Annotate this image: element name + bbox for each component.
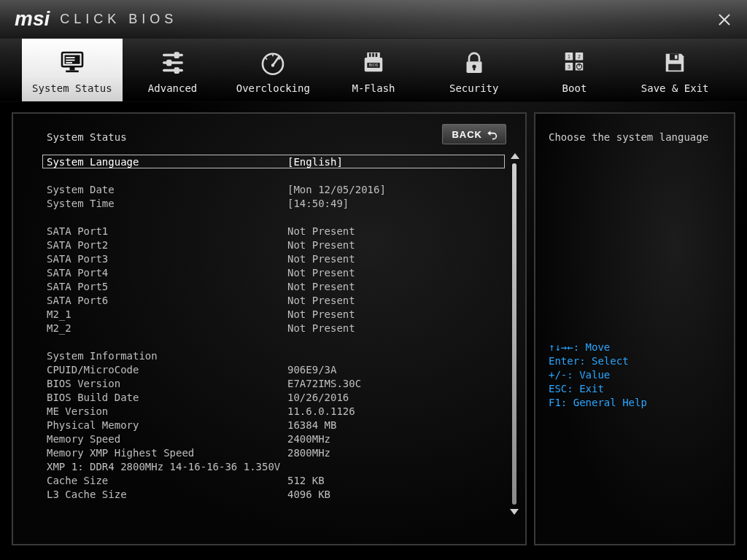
setting-row[interactable]: SATA Port4Not Present bbox=[47, 265, 505, 279]
tab-mflash[interactable]: BIOSM-Flash bbox=[323, 39, 424, 101]
setting-key: Memory XMP Highest Speed bbox=[47, 447, 287, 459]
save-exit-icon bbox=[659, 46, 690, 79]
setting-value: 2400MHz bbox=[287, 433, 505, 445]
tab-label: System Status bbox=[32, 82, 112, 94]
setting-row[interactable]: SATA Port3Not Present bbox=[47, 252, 505, 265]
setting-key: SATA Port6 bbox=[47, 295, 287, 306]
svg-rect-21 bbox=[376, 53, 378, 57]
tab-advanced[interactable]: Advanced bbox=[123, 39, 223, 101]
svg-rect-8 bbox=[163, 61, 183, 64]
setting-row[interactable]: SATA Port1Not Present bbox=[47, 224, 505, 238]
setting-row[interactable]: SATA Port5Not Present bbox=[47, 279, 505, 293]
setting-row[interactable]: BIOS Build Date10/26/2016 bbox=[47, 390, 505, 404]
svg-rect-12 bbox=[174, 67, 179, 74]
setting-key: System Language bbox=[47, 156, 287, 168]
setting-key: SATA Port1 bbox=[47, 225, 287, 237]
scroll-thumb[interactable] bbox=[512, 163, 516, 505]
setting-value: 16384 MB bbox=[287, 419, 505, 431]
setting-key: SATA Port3 bbox=[47, 253, 287, 265]
setting-value: 512 KB bbox=[287, 475, 505, 486]
setting-row[interactable]: System Time[14:50:49] bbox=[47, 196, 505, 210]
tab-label: Boot bbox=[562, 82, 587, 94]
msi-logo: msi bbox=[15, 7, 50, 31]
setting-key: SATA Port2 bbox=[47, 239, 287, 251]
setting-key: System Information bbox=[47, 350, 287, 362]
key-hint: Enter: Select bbox=[549, 354, 721, 368]
scroll-up-icon[interactable] bbox=[511, 153, 519, 159]
setting-value: 10/26/2016 bbox=[287, 392, 505, 403]
setting-value: [English] bbox=[287, 156, 504, 168]
tab-save-exit[interactable]: Save & Exit bbox=[624, 39, 725, 101]
svg-rect-9 bbox=[163, 69, 183, 72]
setting-row[interactable]: Memory XMP Highest Speed2800MHz bbox=[47, 446, 505, 459]
setting-value: Not Present bbox=[287, 267, 505, 279]
setting-row[interactable]: L3 Cache Size4096 KB bbox=[47, 487, 505, 501]
setting-value: 4096 KB bbox=[287, 489, 505, 500]
svg-rect-3 bbox=[66, 60, 74, 61]
setting-row[interactable]: M2_1Not Present bbox=[47, 307, 505, 321]
system-status-icon bbox=[57, 46, 88, 79]
svg-rect-10 bbox=[174, 52, 179, 58]
setting-value: Not Present bbox=[287, 281, 505, 292]
setting-row[interactable]: Memory Speed2400MHz bbox=[47, 432, 505, 446]
section-title: System Status bbox=[47, 131, 505, 143]
setting-row[interactable]: System Date[Mon 12/05/2016] bbox=[47, 182, 505, 196]
close-icon[interactable] bbox=[718, 13, 731, 26]
tab-system-status[interactable]: System Status bbox=[22, 39, 123, 101]
svg-point-14 bbox=[271, 63, 274, 66]
setting-key: Cache Size bbox=[47, 475, 287, 486]
setting-key: SATA Port5 bbox=[47, 281, 287, 292]
tab-label: Security bbox=[449, 82, 498, 94]
svg-rect-38 bbox=[675, 55, 678, 59]
boot-icon: 123 bbox=[559, 46, 589, 79]
help-text: Choose the system language bbox=[549, 131, 721, 143]
setting-row[interactable]: Physical Memory16384 MB bbox=[47, 418, 505, 432]
setting-row[interactable]: SATA Port2Not Present bbox=[47, 238, 505, 252]
svg-rect-5 bbox=[69, 66, 74, 70]
product-title: CLICK BIOS bbox=[60, 12, 177, 27]
settings-list: System Language[English]System Date[Mon … bbox=[47, 155, 505, 501]
tab-label: Overclocking bbox=[236, 82, 310, 94]
tab-label: Save & Exit bbox=[641, 82, 709, 94]
header: msi CLICK BIOS bbox=[0, 0, 747, 38]
svg-rect-39 bbox=[668, 64, 681, 71]
setting-row[interactable]: System Language[English] bbox=[42, 155, 505, 168]
setting-key: Memory Speed bbox=[47, 433, 287, 445]
advanced-icon bbox=[158, 46, 188, 79]
svg-text:BIOS: BIOS bbox=[369, 63, 379, 67]
setting-row[interactable]: ME Version11.6.0.1126 bbox=[47, 404, 505, 418]
setting-value: Not Present bbox=[287, 225, 505, 237]
tab-boot[interactable]: 123Boot bbox=[525, 39, 625, 101]
scrollbar[interactable] bbox=[511, 153, 518, 515]
setting-row[interactable]: CPUID/MicroCode906E9/3A bbox=[47, 362, 505, 376]
setting-value: E7A72IMS.30C bbox=[287, 378, 505, 389]
help-panel: Choose the system language ↑↓→←: MoveEnt… bbox=[534, 112, 735, 545]
setting-key: BIOS Version bbox=[47, 378, 287, 389]
setting-value: [Mon 12/05/2016] bbox=[287, 184, 505, 195]
back-button[interactable]: BACK bbox=[442, 124, 506, 144]
setting-key: L3 Cache Size bbox=[47, 489, 287, 500]
setting-key: ME Version bbox=[47, 405, 287, 417]
setting-row[interactable]: BIOS VersionE7A72IMS.30C bbox=[47, 376, 505, 390]
setting-key: M2_2 bbox=[47, 322, 287, 334]
tab-security[interactable]: Security bbox=[424, 39, 525, 101]
svg-rect-6 bbox=[66, 71, 79, 73]
setting-row[interactable]: SATA Port6Not Present bbox=[47, 293, 505, 307]
back-label: BACK bbox=[452, 129, 482, 140]
scroll-down-icon[interactable] bbox=[510, 509, 519, 515]
security-icon bbox=[459, 46, 489, 79]
setting-key: XMP 1: DDR4 2800MHz 14-16-16-36 1.350V bbox=[47, 461, 287, 472]
setting-value: Not Present bbox=[287, 239, 505, 251]
setting-row[interactable]: System Information bbox=[47, 349, 505, 362]
setting-row[interactable]: XMP 1: DDR4 2800MHz 14-16-16-36 1.350V bbox=[47, 459, 505, 473]
setting-value: 11.6.0.1126 bbox=[287, 405, 505, 417]
svg-text:2: 2 bbox=[578, 54, 581, 59]
main-panel: BACK System Status System Language[Engli… bbox=[12, 112, 527, 545]
setting-value: Not Present bbox=[287, 322, 505, 334]
tab-overclocking[interactable]: Overclocking bbox=[222, 39, 323, 101]
undo-icon bbox=[487, 128, 498, 140]
setting-row[interactable]: Cache Size512 KB bbox=[47, 473, 505, 487]
svg-rect-19 bbox=[369, 53, 371, 57]
setting-value: [14:50:49] bbox=[287, 198, 505, 209]
setting-row[interactable]: M2_2Not Present bbox=[47, 321, 505, 335]
